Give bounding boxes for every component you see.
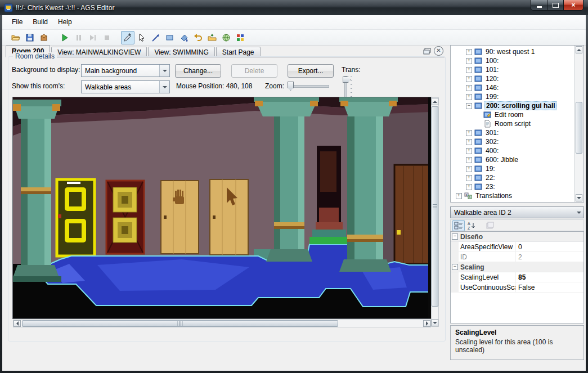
tree-scrollbar[interactable] bbox=[574, 46, 583, 202]
save-button[interactable] bbox=[23, 31, 37, 44]
maximize-button[interactable] bbox=[547, 0, 564, 10]
transparency-slider[interactable] bbox=[342, 75, 352, 100]
tree-item-23[interactable]: +23: bbox=[451, 182, 574, 191]
select-color-button[interactable] bbox=[121, 31, 134, 44]
close-button[interactable]: × bbox=[564, 0, 583, 10]
slider-thumb[interactable] bbox=[343, 77, 351, 83]
scroll-up-button[interactable] bbox=[576, 46, 582, 53]
menu-build[interactable]: Build bbox=[28, 15, 53, 29]
scroll-up-button[interactable] bbox=[432, 98, 438, 105]
minimize-button[interactable] bbox=[531, 0, 547, 10]
fill-area-button[interactable] bbox=[177, 31, 191, 44]
draw-line-button[interactable] bbox=[149, 31, 163, 44]
build-package-button[interactable] bbox=[37, 31, 51, 44]
expand-icon[interactable]: + bbox=[456, 193, 462, 199]
expand-icon[interactable]: + bbox=[466, 58, 472, 64]
tree-item-22[interactable]: +22: bbox=[451, 173, 574, 182]
expand-icon[interactable]: + bbox=[466, 148, 472, 154]
tree-item-301[interactable]: +301: bbox=[451, 128, 574, 137]
palette-button[interactable] bbox=[234, 31, 247, 44]
menu-file[interactable]: File bbox=[7, 15, 28, 29]
expand-icon[interactable]: + bbox=[466, 175, 472, 181]
property-value[interactable]: 85 bbox=[516, 272, 583, 282]
show-select[interactable]: Walkable areas bbox=[81, 80, 170, 93]
property-row-usecontinuoussca[interactable]: UseContinuousScaFalse bbox=[451, 282, 583, 293]
canvas-horizontal-scrollbar[interactable] bbox=[13, 320, 431, 327]
property-value[interactable]: 2 bbox=[516, 252, 583, 262]
change-button[interactable]: Change... bbox=[175, 64, 221, 78]
edit-room-icon bbox=[483, 111, 491, 119]
zoom-slider[interactable] bbox=[286, 80, 330, 92]
expand-icon[interactable]: + bbox=[466, 49, 472, 55]
expand-icon[interactable]: + bbox=[466, 94, 472, 100]
background-select[interactable]: Main background bbox=[81, 64, 170, 77]
scroll-left-button[interactable] bbox=[14, 320, 21, 327]
property-row-id[interactable]: ID2 bbox=[451, 252, 583, 262]
select-cursor-button[interactable] bbox=[135, 31, 149, 44]
property-category-diseño[interactable]: −Diseño bbox=[451, 232, 583, 242]
tab-view-mainwalkingview[interactable]: View: MAINWALKINGVIEW bbox=[51, 47, 147, 57]
run-button[interactable] bbox=[58, 31, 71, 44]
slider-track[interactable] bbox=[288, 85, 329, 88]
collapse-icon[interactable]: − bbox=[452, 233, 458, 240]
titlebar[interactable]: !!:/- Chris Kwest -\:!! - AGS Editor × bbox=[0, 0, 588, 15]
expand-icon[interactable]: + bbox=[466, 139, 472, 145]
tree-item-translations[interactable]: +abTranslations bbox=[451, 191, 574, 200]
scroll-right-button[interactable] bbox=[423, 320, 430, 327]
property-value[interactable]: 0 bbox=[516, 242, 583, 251]
import-button[interactable] bbox=[205, 31, 219, 44]
tab-view-swimming[interactable]: View: SWIMMING bbox=[148, 47, 214, 57]
tree-item-302[interactable]: +302: bbox=[451, 137, 574, 146]
categorized-button[interactable] bbox=[452, 220, 465, 231]
property-row-areaspecificview[interactable]: AreaSpecificView0 bbox=[451, 242, 583, 252]
tree-item-label: 120: bbox=[484, 75, 500, 83]
canvas-vertical-scrollbar[interactable] bbox=[431, 97, 439, 327]
chevron-down-icon[interactable] bbox=[159, 81, 169, 93]
horizontal-scroll-thumb[interactable] bbox=[22, 320, 338, 327]
tree-item-199[interactable]: +199: bbox=[451, 92, 574, 101]
slider-thumb[interactable] bbox=[288, 82, 294, 91]
tree-item-edit-room[interactable]: Edit room bbox=[451, 110, 574, 119]
tree-item-400[interactable]: +400: bbox=[451, 146, 574, 155]
expand-icon[interactable]: + bbox=[466, 76, 472, 82]
property-category-scaling[interactable]: −Scaling bbox=[451, 262, 583, 272]
expand-icon[interactable]: + bbox=[466, 157, 472, 163]
alphabetical-button[interactable]: AZ bbox=[465, 220, 478, 231]
tree-item-19[interactable]: +19: bbox=[451, 164, 574, 173]
menu-help[interactable]: Help bbox=[53, 15, 77, 29]
expand-icon[interactable]: + bbox=[466, 184, 472, 190]
collapse-icon[interactable]: − bbox=[452, 264, 458, 270]
expand-icon[interactable]: + bbox=[466, 130, 472, 136]
export-button[interactable]: Export... bbox=[288, 64, 334, 78]
web-button[interactable] bbox=[219, 31, 233, 44]
expand-icon[interactable]: + bbox=[466, 85, 472, 91]
tree-item-600-jibble[interactable]: +600: Jibble bbox=[451, 155, 574, 164]
undo-button[interactable] bbox=[191, 31, 205, 44]
room-canvas[interactable] bbox=[13, 97, 431, 318]
tree-item-200-scrolling-gui-hall[interactable]: −200: scrolling gui hall bbox=[451, 101, 574, 110]
draw-rectangle-button[interactable] bbox=[163, 31, 177, 44]
chevron-down-icon[interactable] bbox=[574, 207, 583, 218]
scroll-down-button[interactable] bbox=[432, 319, 438, 326]
expand-icon[interactable]: + bbox=[466, 166, 472, 172]
tree-item-90-west-quest-1[interactable]: +90: west quest 1 bbox=[451, 47, 574, 56]
tree-item-room-script[interactable]: Room script bbox=[451, 119, 574, 128]
tree-scroll-thumb[interactable] bbox=[576, 102, 582, 154]
scroll-down-button[interactable] bbox=[576, 194, 582, 201]
collapse-icon[interactable]: − bbox=[466, 103, 472, 109]
property-row-scalinglevel[interactable]: ScalingLevel85 bbox=[451, 272, 583, 282]
tree-item-146[interactable]: +146: bbox=[451, 83, 574, 92]
close-tab-button[interactable]: ✕ bbox=[434, 46, 443, 56]
tree-item-101[interactable]: +101: bbox=[451, 65, 574, 74]
walkable-area-selector[interactable]: Walkable area ID 2 bbox=[450, 206, 584, 218]
open-button[interactable] bbox=[9, 31, 23, 44]
tab-start-page[interactable]: Start Page bbox=[216, 47, 261, 57]
tree-item-100[interactable]: +100: bbox=[451, 56, 574, 65]
expand-icon[interactable]: + bbox=[466, 67, 472, 73]
window-list-button[interactable] bbox=[423, 47, 432, 55]
property-value[interactable]: False bbox=[516, 282, 583, 292]
vertical-scroll-thumb[interactable] bbox=[432, 106, 438, 307]
chevron-down-icon[interactable] bbox=[159, 65, 169, 77]
tree-item-120[interactable]: +120: bbox=[451, 74, 574, 83]
room-icon bbox=[474, 57, 482, 65]
